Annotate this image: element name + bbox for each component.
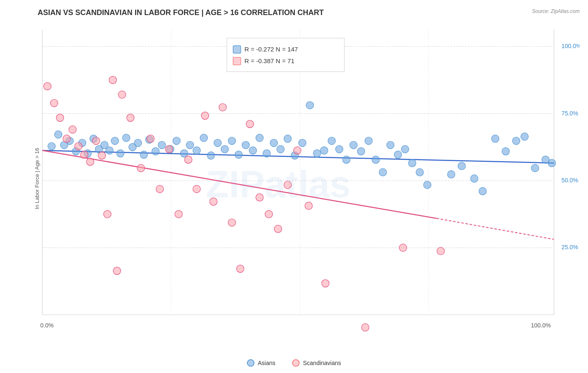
x-label-100: 100.0% <box>531 322 551 329</box>
scatter-asian <box>416 169 424 176</box>
scatter-scandi <box>98 152 106 159</box>
svg-text:R = -0.387    N =   71: R = -0.387 N = 71 <box>245 57 295 64</box>
scatter-asian <box>479 187 486 195</box>
scatter-asian <box>54 131 62 138</box>
scatter-scandi <box>156 185 164 193</box>
scatter-scandi <box>219 104 226 111</box>
scatter-scandi <box>305 202 312 209</box>
legend-dot-scandi <box>292 359 299 367</box>
scatter-scandi <box>274 225 282 232</box>
scatter-asian <box>470 175 478 182</box>
scatter-scandi <box>137 164 145 172</box>
scatter-asian <box>193 147 200 154</box>
legend-label-asian: Asians <box>258 360 275 366</box>
y-label-75: 75.0% <box>562 110 578 117</box>
scatter-scandi <box>104 210 111 218</box>
scatter-asian <box>357 148 365 155</box>
scatter-asian <box>512 137 520 145</box>
scatter-asian <box>299 139 306 147</box>
scatter-scandi <box>75 143 82 150</box>
scatter-scandi <box>256 194 263 201</box>
scatter-asian <box>270 139 278 147</box>
scatter-scandi <box>69 126 76 133</box>
scatter-asian <box>256 134 263 142</box>
scatter-asian <box>447 171 455 178</box>
scatter-asian <box>328 137 335 145</box>
scatter-scandi <box>165 146 173 153</box>
scatter-asian <box>343 156 350 164</box>
scatter-scandi <box>228 219 236 226</box>
scatter-asian <box>263 150 271 157</box>
scatter-asian <box>548 159 556 167</box>
scatter-asian <box>140 151 148 158</box>
scatter-asian <box>424 181 431 189</box>
scatter-asian <box>502 148 509 155</box>
scatter-scandi <box>184 156 192 164</box>
scatter-asian <box>173 137 180 145</box>
scatter-asian <box>158 141 166 149</box>
scatter-scandi <box>109 76 117 84</box>
scatter-asian <box>401 146 409 153</box>
scatter-scandi <box>201 112 209 120</box>
scatter-scandi <box>118 91 126 98</box>
scatter-asian <box>186 141 194 149</box>
legend-label-scandinavian: Scandinavians <box>303 360 341 366</box>
scatter-asian <box>200 134 207 142</box>
legend-dot-asian <box>247 359 254 367</box>
scatter-scandi <box>127 114 134 122</box>
scatter-asian <box>277 146 284 153</box>
y-axis-label: In Labor Force | Age > 16 <box>34 148 40 209</box>
svg-text:R = -0.272    N = 147: R = -0.272 N = 147 <box>245 46 298 53</box>
scatter-scandi <box>63 135 70 143</box>
scatter-asian <box>335 146 343 153</box>
scatter-scandi <box>50 99 58 107</box>
scatter-scandi <box>81 151 88 158</box>
scatter-scandi <box>210 198 217 205</box>
scatter-asian <box>249 147 257 154</box>
scatter-scandi <box>265 210 273 218</box>
scatter-asian <box>372 156 379 164</box>
scatter-asian <box>320 147 328 154</box>
scatter-scandi <box>437 247 445 255</box>
y-label-100: 100.0% <box>562 43 580 49</box>
scatter-asian <box>235 151 243 158</box>
x-label-0: 0.0% <box>40 322 54 329</box>
scatter-asian <box>409 159 416 167</box>
scatter-scandi <box>237 265 244 273</box>
scatter-asian <box>313 150 321 157</box>
scatter-asian <box>350 141 357 149</box>
chart-title: ASIAN VS SCANDINAVIAN IN LABOR FORCE | A… <box>33 8 580 17</box>
scatter-asian <box>394 151 402 158</box>
scatter-asian <box>152 148 159 155</box>
svg-rect-13 <box>227 38 344 72</box>
scatter-asian <box>117 150 124 157</box>
svg-line-12 <box>437 218 554 239</box>
scatter-asian <box>306 102 314 109</box>
scatter-asian <box>134 139 142 147</box>
scatter-chart: 100.0% 75.0% 50.0% 25.0% 0.0% 100.0% ZIP… <box>33 21 580 336</box>
svg-rect-16 <box>233 57 241 65</box>
scatter-asian <box>284 135 291 143</box>
legend-item-asian: Asians <box>247 359 275 367</box>
scatter-asian <box>521 133 528 141</box>
source-text: Source: ZipAtlas.com <box>532 8 580 14</box>
scatter-scandi <box>87 158 94 166</box>
chart-legend: Asians Scandinavians <box>247 359 341 367</box>
scatter-scandi <box>147 135 154 143</box>
scatter-scandi <box>284 181 291 189</box>
scatter-asian <box>491 135 499 143</box>
scatter-asian <box>48 143 55 150</box>
scatter-asian <box>106 147 113 154</box>
scatter-asian <box>111 137 119 145</box>
y-label-50: 50.0% <box>562 177 578 184</box>
scatter-scandi <box>399 244 407 251</box>
scatter-asian <box>221 146 228 153</box>
scatter-asian <box>379 169 386 176</box>
y-label-25: 25.0% <box>562 244 578 250</box>
scatter-scandi <box>294 147 301 154</box>
scatter-asian <box>214 139 221 147</box>
scatter-asian <box>228 137 236 145</box>
scatter-scandi <box>56 114 64 122</box>
scatter-asian <box>207 152 215 159</box>
scatter-asian <box>123 134 130 142</box>
